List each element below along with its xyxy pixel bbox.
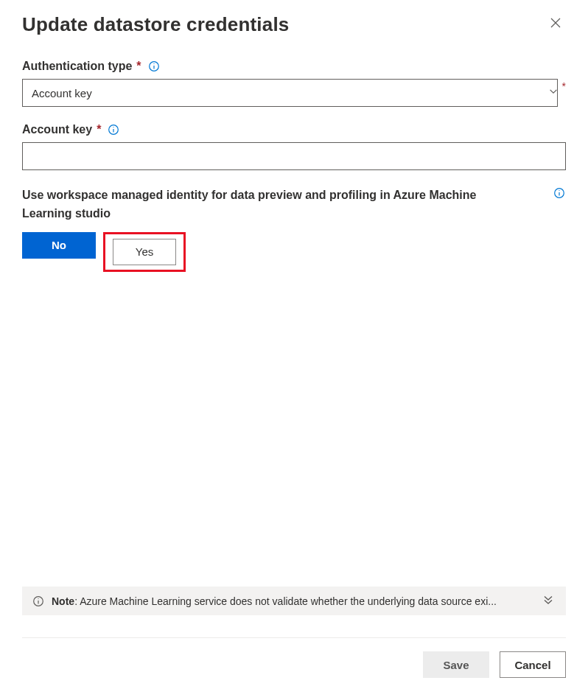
note-expand-button[interactable]	[541, 592, 556, 609]
note-text: Note: Azure Machine Learning service doe…	[52, 595, 533, 607]
dialog-header: Update datastore credentials	[22, 13, 566, 36]
svg-point-10	[559, 190, 559, 191]
managed-identity-yes-button[interactable]: Yes	[113, 239, 176, 265]
form-body: Authentication type * Account key	[22, 60, 566, 272]
footer-divider	[22, 637, 566, 638]
spacer	[22, 272, 566, 581]
account-key-label: Account key	[22, 123, 92, 136]
svg-point-4	[153, 63, 154, 64]
note-bar: Note: Azure Machine Learning service doe…	[22, 587, 566, 615]
close-icon	[550, 17, 561, 32]
dialog-title: Update datastore credentials	[22, 13, 290, 36]
required-indicator: *	[562, 80, 566, 92]
required-indicator: *	[97, 123, 101, 136]
auth-type-select-wrap: Account key *	[22, 79, 566, 107]
note-prefix: Note	[52, 595, 74, 607]
svg-point-13	[38, 598, 38, 599]
account-key-field: Account key *	[22, 123, 566, 170]
managed-identity-toggle: No Yes	[22, 232, 566, 272]
account-key-input[interactable]	[22, 142, 566, 170]
auth-type-select[interactable]: Account key	[22, 79, 558, 107]
auth-type-label-row: Authentication type *	[22, 60, 566, 73]
info-icon[interactable]	[147, 60, 161, 73]
dialog-footer: Save Cancel	[22, 651, 566, 678]
cancel-button[interactable]: Cancel	[500, 651, 566, 678]
required-indicator: *	[136, 60, 141, 73]
info-icon[interactable]	[553, 186, 566, 200]
info-icon[interactable]	[107, 123, 120, 136]
account-key-label-row: Account key *	[22, 123, 566, 136]
auth-type-label: Authentication type	[22, 60, 132, 73]
auth-type-field: Authentication type * Account key	[22, 60, 566, 107]
close-button[interactable]	[545, 13, 566, 34]
svg-point-7	[113, 127, 114, 127]
managed-identity-no-button[interactable]: No	[22, 232, 96, 259]
note-body: : Azure Machine Learning service does no…	[74, 595, 497, 607]
managed-identity-field: Use workspace managed identity for data …	[22, 186, 566, 272]
info-icon	[32, 595, 44, 607]
save-button[interactable]: Save	[423, 651, 489, 678]
managed-identity-label: Use workspace managed identity for data …	[22, 186, 508, 223]
yes-highlight-annotation: Yes	[103, 232, 186, 272]
update-credentials-dialog: Update datastore credentials Authenticat…	[0, 0, 588, 700]
double-chevron-down-icon	[542, 597, 554, 608]
managed-identity-label-row: Use workspace managed identity for data …	[22, 186, 566, 223]
